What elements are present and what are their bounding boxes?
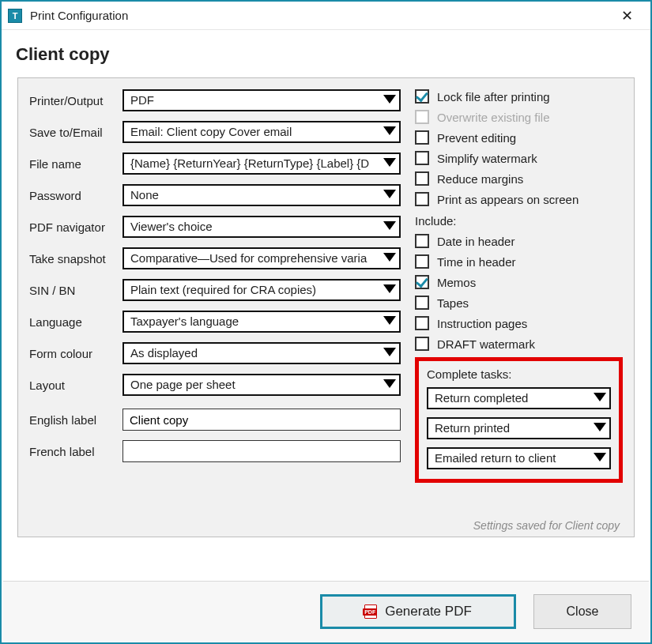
english-label-input[interactable] [122,409,401,431]
complete-task-2-select[interactable]: Return printed [427,417,611,439]
checkbox-icon [415,275,429,289]
checkbox-icon [415,151,429,165]
file-name-label: File name [29,157,122,171]
chevron-down-icon [383,253,396,262]
password-label: Password [29,189,122,202]
include-check-memos[interactable]: Memos [415,275,623,289]
complete-tasks-heading: Complete tasks: [427,367,611,381]
checkbox-label: Time in header [437,255,516,269]
footer: Generate PDF Close [3,581,649,641]
printer-output-label: Printer/Output [29,94,122,107]
sin-bn-select[interactable]: Plain text (required for CRA copies) [122,279,401,301]
language-select[interactable]: Taxpayer's language [122,311,401,333]
file-name-select[interactable]: {Name} {ReturnYear} {ReturnType} {Label}… [122,153,401,175]
take-snapshot-select[interactable]: Comparative—Used for comprehensive varia [122,247,401,269]
complete-task-3-select[interactable]: Emailed return to client [427,447,611,469]
chevron-down-icon [383,158,396,167]
checkbox-label: Print as appears on screen [437,193,579,206]
window-title: Print Configuration [30,9,611,22]
page-title: Client copy [2,30,650,71]
checkbox-icon [415,254,429,269]
layout-label: Layout [29,378,122,392]
checkbox-label: Memos [437,276,476,289]
chevron-down-icon [383,316,396,325]
chevron-down-icon [594,423,606,431]
complete-task-1-select[interactable]: Return completed [427,387,611,409]
include-check-date-in-header[interactable]: Date in header [415,234,623,248]
form-right: Lock file after printingOverwrite existi… [415,89,623,483]
checkbox-label: Prevent editing [437,131,516,145]
settings-saved-note: Settings saved for Client copy [473,519,620,532]
english-label-label: English label [29,413,122,427]
checkbox-icon [415,171,429,186]
checkbox-label: Date in header [437,235,514,248]
check-reduce-margins[interactable]: Reduce margins [415,171,623,186]
check-overwrite-existing-file: Overwrite existing file [415,110,623,124]
checkbox-icon [415,234,429,248]
include-check-draft-watermark[interactable]: DRAFT watermark [415,337,623,351]
french-label-input[interactable] [122,440,401,462]
close-button-label: Close [567,604,599,619]
chevron-down-icon [383,379,396,388]
close-icon[interactable]: ✕ [611,7,643,24]
chevron-down-icon [594,393,606,401]
chevron-down-icon [383,95,396,104]
close-button[interactable]: Close [533,594,631,629]
password-select[interactable]: None [122,184,401,206]
chevron-down-icon [594,453,606,461]
include-heading: Include: [415,214,623,228]
checkbox-label: Instruction pages [437,317,527,330]
checkbox-icon [415,130,429,145]
sin-bn-label: SIN / BN [29,284,122,297]
form-colour-select[interactable]: As displayed [122,342,401,364]
include-check-instruction-pages[interactable]: Instruction pages [415,316,623,330]
check-print-as-appears-on-screen[interactable]: Print as appears on screen [415,192,623,206]
chevron-down-icon [383,126,396,135]
titlebar: T Print Configuration ✕ [2,2,650,30]
app-icon: T [8,9,22,23]
include-check-tapes[interactable]: Tapes [415,296,623,310]
printer-output-select[interactable]: PDF [122,89,401,111]
checkbox-icon [415,296,429,310]
checkbox-label: Tapes [437,296,469,310]
complete-tasks-box: Complete tasks: Return completed Return … [415,357,623,483]
checkbox-label: Reduce margins [437,172,523,186]
layout-select[interactable]: One page per sheet [122,374,401,396]
pdf-navigator-label: PDF navigator [29,220,122,234]
french-label-label: French label [29,445,122,458]
generate-pdf-button[interactable]: Generate PDF [320,594,516,629]
checkbox-icon [415,192,429,206]
checkbox-icon [415,337,429,351]
checkbox-icon [415,316,429,330]
take-snapshot-label: Take snapshot [29,252,122,266]
language-label: Language [29,315,122,329]
config-panel: Printer/Output PDF Save to/Email Email: … [17,77,635,537]
checkbox-label: Overwrite existing file [437,111,550,124]
check-simplify-watermark[interactable]: Simplify watermark [415,151,623,165]
pdf-icon [364,604,377,619]
save-to-email-label: Save to/Email [29,126,122,139]
checkbox-label: Lock file after printing [437,90,550,104]
include-check-time-in-header[interactable]: Time in header [415,254,623,269]
chevron-down-icon [383,190,396,198]
form-colour-label: Form colour [29,347,122,360]
save-to-email-select[interactable]: Email: Client copy Cover email [122,121,401,143]
form-left: Printer/Output PDF Save to/Email Email: … [29,89,401,483]
chevron-down-icon [383,284,396,293]
checkbox-label: Simplify watermark [437,152,537,165]
pdf-navigator-select[interactable]: Viewer's choice [122,216,401,238]
checkbox-label: DRAFT watermark [437,337,535,351]
check-prevent-editing[interactable]: Prevent editing [415,130,623,145]
chevron-down-icon [383,348,396,356]
checkbox-icon [415,89,429,104]
check-lock-file-after-printing[interactable]: Lock file after printing [415,89,623,104]
checkbox-icon [415,110,429,124]
chevron-down-icon [383,221,396,230]
generate-pdf-label: Generate PDF [385,604,472,620]
